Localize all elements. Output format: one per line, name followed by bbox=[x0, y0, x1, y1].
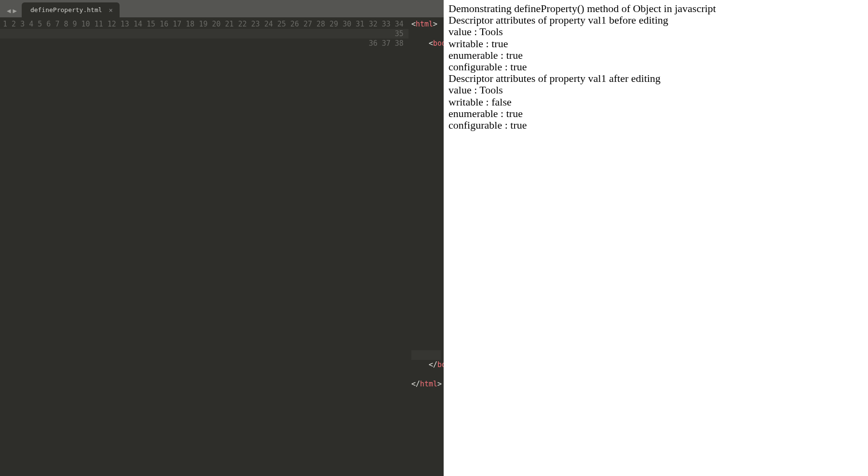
line-number: 23 bbox=[251, 20, 260, 28]
output-line: configurable : true bbox=[448, 119, 863, 131]
code-line: { bbox=[411, 204, 441, 214]
code-line: return this.val1 + " " + this.val2 + " "… bbox=[411, 136, 441, 145]
code-line: </script> bbox=[411, 350, 441, 360]
code-line bbox=[411, 341, 441, 350]
line-number: 6 bbox=[46, 20, 51, 28]
line-number: 22 bbox=[238, 20, 247, 28]
line-number: 24 bbox=[264, 20, 273, 28]
output-line: enumerable : true bbox=[448, 50, 863, 61]
line-number: 8 bbox=[64, 20, 68, 28]
line-number: 36 bbox=[369, 39, 378, 48]
line-number: 26 bbox=[290, 20, 299, 28]
code-line: } bbox=[411, 146, 441, 156]
line-number: 5 bbox=[38, 20, 42, 28]
output-line: Demonstrating defineProperty() method of… bbox=[448, 3, 863, 14]
line-number: 27 bbox=[303, 20, 312, 28]
line-number: 11 bbox=[95, 20, 103, 28]
code-line bbox=[411, 156, 441, 165]
line-number: 15 bbox=[147, 20, 155, 28]
code-line: </body> bbox=[411, 360, 441, 370]
code-area[interactable]: <html> <body> Demonstrating defineProper… bbox=[408, 17, 444, 476]
line-number: 34 bbox=[395, 20, 404, 28]
code-line: { bbox=[411, 311, 441, 321]
code-line: for( index in descriptions) bbox=[411, 195, 441, 204]
code-line: objectName["val3"] = "Tutorials"; bbox=[411, 97, 441, 107]
tab-nav-arrows: ◀ ▶ bbox=[4, 7, 22, 17]
code-line: objectName.getData = function() bbox=[411, 117, 441, 126]
tab-bar: ◀ ▶ defineProperty.html × bbox=[0, 0, 444, 17]
line-gutter: 1 2 3 4 5 6 7 8 9 10 11 12 13 14 15 16 1… bbox=[0, 17, 408, 476]
output-line: writable : false bbox=[448, 96, 863, 108]
line-number: 14 bbox=[134, 20, 142, 28]
nav-prev-icon[interactable]: ◀ bbox=[6, 7, 12, 14]
browser-output-pane: Demonstrating defineProperty() method of… bbox=[444, 0, 868, 476]
code-line bbox=[411, 29, 441, 39]
output-line: Descriptor attributes of property val1 a… bbox=[448, 73, 863, 84]
line-number: 16 bbox=[160, 20, 168, 28]
output-line: enumerable : true bbox=[448, 108, 863, 119]
code-line: var descriptions = Object.getOwnProperty… bbox=[411, 165, 441, 175]
code-editor-pane: ◀ ▶ defineProperty.html × 1 2 3 4 5 6 7 … bbox=[0, 0, 444, 476]
code-line: } bbox=[411, 331, 441, 340]
line-number: 4 bbox=[29, 20, 33, 28]
line-number: 32 bbox=[369, 20, 378, 28]
code-line: { bbox=[411, 126, 441, 136]
code-line: // Edit the property bbox=[411, 243, 441, 253]
line-number: 9 bbox=[73, 20, 77, 28]
code-line: var descriptions = Object.getOwnProperty… bbox=[411, 272, 441, 282]
line-number: 21 bbox=[225, 20, 234, 28]
line-number: 30 bbox=[342, 20, 351, 28]
code-line: document.write("Descriptor attributes of… bbox=[411, 292, 441, 302]
line-number: 10 bbox=[81, 20, 90, 28]
line-number: 17 bbox=[173, 20, 181, 28]
line-number: 20 bbox=[212, 20, 221, 28]
code-line: <body> bbox=[411, 39, 441, 48]
close-icon[interactable]: × bbox=[109, 7, 113, 13]
code-line: } bbox=[411, 224, 441, 233]
output-line: configurable : true bbox=[448, 61, 863, 73]
code-body: 1 2 3 4 5 6 7 8 9 10 11 12 13 14 15 16 1… bbox=[0, 17, 444, 476]
tab-filename: defineProperty.html bbox=[30, 6, 102, 13]
line-number: 25 bbox=[277, 20, 286, 28]
code-line: for( index in descriptions) bbox=[411, 302, 441, 311]
output-line: value : Tools bbox=[448, 84, 863, 96]
line-number: 19 bbox=[199, 20, 207, 28]
line-number: 38 bbox=[395, 39, 404, 48]
line-number: 12 bbox=[108, 20, 116, 28]
code-line bbox=[411, 233, 441, 243]
code-line: <script type="text/javascript"> bbox=[411, 58, 441, 68]
line-number: 2 bbox=[12, 20, 16, 28]
file-tab[interactable]: defineProperty.html × bbox=[22, 2, 120, 17]
line-number: 37 bbox=[382, 39, 391, 48]
nav-next-icon[interactable]: ▶ bbox=[12, 7, 17, 14]
line-number: 33 bbox=[382, 20, 391, 28]
code-line bbox=[411, 282, 441, 291]
line-number: 29 bbox=[329, 20, 338, 28]
line-number: 13 bbox=[121, 20, 129, 28]
code-line bbox=[411, 370, 441, 379]
code-line: var objectName = new Object(); bbox=[411, 68, 441, 78]
line-number: 18 bbox=[186, 20, 194, 28]
code-line bbox=[411, 175, 441, 185]
code-line: document.write(index + " : " + descripti… bbox=[411, 214, 441, 224]
line-number: 1 bbox=[3, 20, 7, 28]
output-line: Descriptor attributes of property val1 b… bbox=[448, 14, 863, 26]
code-line bbox=[411, 107, 441, 117]
line-number: 31 bbox=[356, 20, 365, 28]
code-line: document.write(index + " : " + descripti… bbox=[411, 321, 441, 331]
code-line: document.write("Descriptor attributes of… bbox=[411, 185, 441, 194]
code-line: Object.defineProperty(objectName,'val1',… bbox=[411, 253, 441, 263]
code-line: objectName.val1 = "Tools"; bbox=[411, 78, 441, 87]
output-line: value : Tools bbox=[448, 26, 863, 38]
line-number: 28 bbox=[316, 20, 325, 28]
line-number: 7 bbox=[55, 20, 59, 28]
code-line: Demonstrating defineProperty() method of… bbox=[411, 49, 441, 58]
code-line: </html> bbox=[411, 379, 441, 389]
line-number: 35 bbox=[0, 29, 408, 39]
code-line: <html> bbox=[411, 19, 441, 29]
code-line: objectName.val2 = "QA"; bbox=[411, 87, 441, 97]
line-number: 3 bbox=[20, 20, 25, 28]
code-line bbox=[411, 263, 441, 272]
output-line: writable : true bbox=[448, 38, 863, 50]
